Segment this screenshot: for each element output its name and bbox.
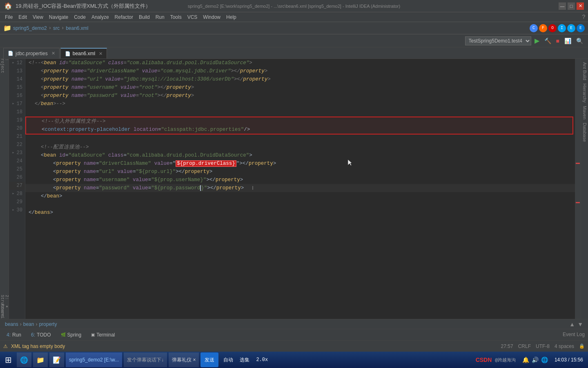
code-line-22[interactable]: <!--配置连接池--> xyxy=(25,143,575,151)
ant-build-label[interactable]: Ant Build xyxy=(581,61,588,82)
selectset-label[interactable]: 选集 xyxy=(240,357,249,364)
danmu-礼仪-btn[interactable]: 弹幕礼仪 × xyxy=(169,352,199,367)
run-button[interactable]: ▶ xyxy=(533,36,541,45)
scroll-nav[interactable] xyxy=(575,59,581,319)
menu-refactor[interactable]: Refactor xyxy=(112,13,136,21)
breadcrumb-file[interactable]: bean6.xml xyxy=(66,25,88,31)
terminal-tab-icon: ▣ xyxy=(91,332,95,337)
minimize-button[interactable]: — xyxy=(559,2,566,10)
auto-label[interactable]: 自动 xyxy=(223,357,233,364)
firefox-icon[interactable]: F xyxy=(539,24,547,32)
search-everywhere-button[interactable]: 🔍 xyxy=(575,37,585,45)
code-line-29[interactable] xyxy=(25,200,575,209)
fold-icon-23[interactable]: ▸ xyxy=(10,149,17,157)
status-line-ending[interactable]: CRLF xyxy=(518,343,531,349)
maximize-button[interactable]: □ xyxy=(568,2,575,10)
idea-taskbar-btn[interactable]: spring5_demo2 [E:\w... xyxy=(66,352,122,367)
explorer-taskbar-btn[interactable]: 📁 xyxy=(33,352,48,367)
code-line-18[interactable] xyxy=(25,108,575,116)
edge-icon[interactable]: E xyxy=(567,24,575,32)
sidebar-favorites-icon[interactable]: ★ Favorites xyxy=(0,311,9,319)
breadcrumb-project[interactable]: spring5_demo2 xyxy=(13,25,47,31)
browser-taskbar-btn[interactable]: 🌐 xyxy=(17,352,31,367)
tab-bean6-xml[interactable]: 📄 bean6.xml ✕ xyxy=(60,48,107,58)
scroll-down-button[interactable]: ▼ xyxy=(577,321,583,328)
menu-help[interactable]: Help xyxy=(224,13,239,21)
help-icon[interactable]: ? xyxy=(582,14,586,20)
opera-icon[interactable]: O xyxy=(548,24,557,32)
fold-icon-28[interactable]: ▸ xyxy=(10,190,17,198)
stop-button[interactable]: ■ xyxy=(555,37,561,45)
sidebar-project-icon[interactable]: 1: Project xyxy=(0,61,9,69)
menu-window[interactable]: Window xyxy=(200,13,223,21)
bottom-tab-run[interactable]: 4: Run xyxy=(3,330,24,339)
code-line-15[interactable]: <property name="username" value="root"><… xyxy=(25,83,575,92)
start-button[interactable]: ⊞ xyxy=(2,352,15,367)
code-line-26[interactable]: <property name="username" value="${prop.… xyxy=(25,176,575,184)
bottom-tab-spring[interactable]: 🌿 Spring xyxy=(58,330,85,339)
menu-vcs[interactable]: VCS xyxy=(185,13,200,21)
code-line-24[interactable]: <property name="driverClassName" value="… xyxy=(25,159,575,168)
code-line-21[interactable] xyxy=(25,135,575,143)
tab-jdbc-properties[interactable]: 📄 jdbc.properties ✕ xyxy=(3,48,60,58)
event-log-label[interactable]: Event Log xyxy=(563,332,585,337)
chrome-icon[interactable]: C xyxy=(530,24,538,32)
bc-property[interactable]: property xyxy=(39,321,57,327)
scroll-up-button[interactable]: ▲ xyxy=(569,321,575,328)
bottom-tab-todo[interactable]: 6: TODO xyxy=(28,330,54,339)
code-line-14[interactable]: <property name="url" value="jdbc:mysql:/… xyxy=(25,75,575,83)
code-line-30[interactable]: </beans> xyxy=(25,209,575,217)
code-line-17[interactable]: </bean>--> xyxy=(25,100,575,108)
code-line-23[interactable]: <bean id="dataSource" class="com.alibaba… xyxy=(25,151,575,159)
status-line-col[interactable]: 27:57 xyxy=(501,343,513,349)
build-button[interactable]: 🔨 xyxy=(543,37,553,45)
coverage-button[interactable]: 📊 xyxy=(563,37,573,45)
tab-close-bean6[interactable]: ✕ xyxy=(99,51,102,56)
menu-run[interactable]: Run xyxy=(153,13,167,21)
menu-navigate[interactable]: Navigate xyxy=(47,13,71,21)
menu-edit[interactable]: Edit xyxy=(16,13,29,21)
menu-build[interactable]: Build xyxy=(136,13,152,21)
code-line-16[interactable]: <property name="password" value="root"><… xyxy=(25,92,575,100)
bottom-tab-terminal[interactable]: ▣ Terminal xyxy=(88,330,118,339)
code-line-19[interactable]: <!--引入外部属性文件--> xyxy=(26,117,572,126)
database-label[interactable]: Database xyxy=(581,121,588,144)
speed-label[interactable]: 2.0x xyxy=(256,357,268,363)
fold-icon-30[interactable]: ▸ xyxy=(10,206,17,214)
tab-close-jdbc[interactable]: ✕ xyxy=(51,51,55,56)
menu-view[interactable]: View xyxy=(30,13,46,21)
maven-label[interactable]: Maven xyxy=(581,104,588,121)
tray-icon-3[interactable]: 🌐 xyxy=(541,357,548,364)
menu-code[interactable]: Code xyxy=(71,13,88,21)
tray-icon-2[interactable]: 🔊 xyxy=(532,357,539,364)
line29-text xyxy=(29,200,32,209)
close-button[interactable]: ✕ xyxy=(577,2,584,10)
editor-area[interactable]: <!--<bean id="dataSource" class="com.ali… xyxy=(25,59,575,319)
code-line-27[interactable]: <property name="password" value="${prop.… xyxy=(25,184,575,192)
breadcrumb-src[interactable]: src xyxy=(53,25,60,31)
highlight-driver-val: ${prop.driverClass} xyxy=(176,160,236,167)
run-config-select[interactable]: TestSpring5Demo1.test4 xyxy=(465,36,531,45)
edge2-icon[interactable]: E xyxy=(577,24,585,32)
menu-tools[interactable]: Tools xyxy=(168,13,184,21)
status-encoding[interactable]: UTF-8 xyxy=(536,343,550,349)
menu-analyze[interactable]: Analyze xyxy=(89,13,111,21)
status-indent[interactable]: 4 spaces xyxy=(555,343,574,349)
fasong-button[interactable]: 发送 xyxy=(200,352,218,367)
code-line-28[interactable]: </bean> xyxy=(25,192,575,200)
notepad-taskbar-btn[interactable]: 📝 xyxy=(49,352,64,367)
fold-icon-12[interactable]: ▸ xyxy=(10,59,17,67)
menu-file[interactable]: File xyxy=(2,13,15,21)
sys-tray: 🔔 🔊 🌐 xyxy=(519,357,551,364)
code-line-25[interactable]: <property name="url" value="${prop.url}"… xyxy=(25,168,575,176)
bc-bean[interactable]: bean xyxy=(23,321,34,327)
bc-beans[interactable]: beans xyxy=(5,321,18,327)
fold-icon-17[interactable]: ▸ xyxy=(10,100,17,108)
hierarchy-label[interactable]: Hierarchy xyxy=(581,82,588,104)
video-btn[interactable]: 发个弹幕说话下↓ xyxy=(124,352,167,367)
tray-icon-1[interactable]: 🔔 xyxy=(522,357,529,364)
ie-icon[interactable]: I xyxy=(558,24,566,32)
code-line-12[interactable]: <!--<bean id="dataSource" class="com.ali… xyxy=(25,59,575,67)
code-line-20[interactable]: <context:property-placeholder location="… xyxy=(26,126,572,134)
code-line-13[interactable]: <property name="driverClassName" value="… xyxy=(25,67,575,75)
